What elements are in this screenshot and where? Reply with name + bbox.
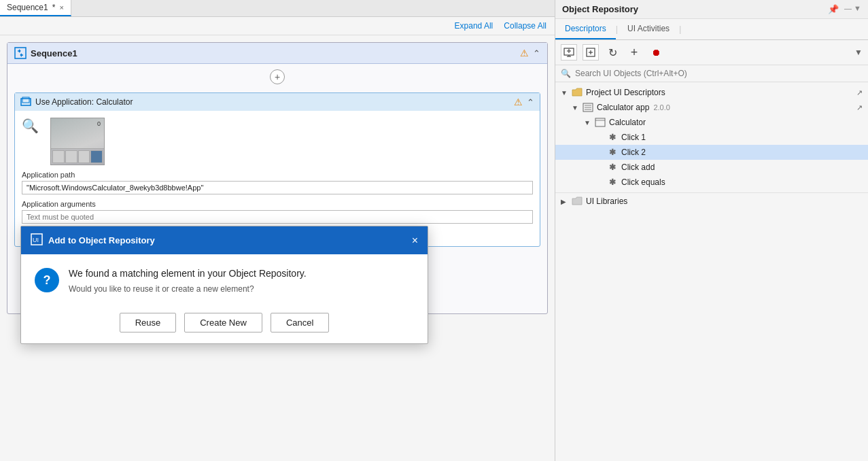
modal-footer: Reuse Create New Cancel bbox=[21, 305, 428, 343]
modal-overlay: UI Add to Object Repository × ? We found… bbox=[0, 0, 555, 461]
add-screen-icon bbox=[563, 47, 574, 58]
modal-main-text: We found a matching element in your Obje… bbox=[69, 268, 414, 279]
repo-header: Object Repository 📌 — ▼ bbox=[555, 0, 868, 19]
folder-icon bbox=[572, 88, 583, 97]
calc-window-arrow[interactable]: ▼ bbox=[584, 119, 592, 126]
modal-body: ? We found a matching element in your Ob… bbox=[21, 254, 428, 305]
add-screen-button[interactable] bbox=[561, 44, 577, 61]
pin-icon[interactable]: 📌 bbox=[828, 4, 839, 14]
modal-title: Add to Object Repository bbox=[48, 235, 406, 245]
tab-ui-activities[interactable]: UI Activities bbox=[618, 19, 679, 39]
record-button[interactable]: ⏺ bbox=[648, 44, 664, 61]
calc-app-action-button[interactable]: ↗ bbox=[856, 103, 863, 112]
svg-text:UI: UI bbox=[33, 237, 39, 243]
project-action-button[interactable]: ↗ bbox=[856, 88, 863, 97]
click1-label: Click 1 bbox=[621, 133, 646, 142]
search-icon: 🔍 bbox=[561, 69, 571, 78]
repo-title: Object Repository bbox=[562, 4, 638, 14]
project-tree-arrow[interactable]: ▼ bbox=[561, 89, 569, 97]
main-container: Sequence1 * × Expand All Collapse All bbox=[0, 0, 868, 461]
ui-libraries-icon bbox=[572, 196, 583, 207]
calc-app-arrow[interactable]: ▼ bbox=[572, 104, 580, 112]
modal-header: UI Add to Object Repository × bbox=[21, 226, 428, 254]
click1-icon: ✱ bbox=[607, 132, 618, 143]
add-to-repository-modal: UI Add to Object Repository × ? We found… bbox=[20, 226, 428, 344]
click-equals-icon: ✱ bbox=[607, 177, 618, 188]
add-button[interactable]: + bbox=[626, 44, 642, 61]
add-element-icon bbox=[585, 47, 596, 58]
record-icon: ⏺ bbox=[651, 47, 661, 58]
tree-item-ui-libraries[interactable]: ▶ UI Libraries bbox=[555, 192, 868, 209]
designer-panel: Sequence1 * × Expand All Collapse All bbox=[0, 0, 555, 461]
tree-item-calculator-app[interactable]: ▼ Calculator app 2.0.0 ↗ bbox=[555, 100, 868, 115]
list-icon bbox=[583, 103, 593, 112]
calc-window-icon bbox=[595, 117, 606, 128]
calc-app-version: 2.0.0 bbox=[653, 103, 670, 112]
project-folder-icon bbox=[572, 87, 583, 98]
tab-separator-2: | bbox=[679, 19, 681, 39]
repo-tabs: Descriptors | UI Activities | bbox=[555, 19, 868, 40]
window-controls: — ▼ bbox=[844, 4, 861, 14]
refresh-button[interactable]: ↻ bbox=[604, 44, 621, 61]
ui-libraries-label: UI Libraries bbox=[586, 197, 627, 206]
tree-item-project-descriptors[interactable]: ▼ Project UI Descriptors ↗ bbox=[555, 85, 868, 100]
modal-close-button[interactable]: × bbox=[412, 235, 418, 247]
search-box: 🔍 bbox=[555, 65, 868, 82]
add-element-button[interactable] bbox=[583, 44, 599, 61]
calc-app-label: Calculator app bbox=[597, 103, 649, 112]
tree-item-click-equals[interactable]: ▶ ✱ Click equals bbox=[555, 175, 868, 190]
plus-icon: + bbox=[631, 46, 638, 60]
tree-item-click-1[interactable]: ▶ ✱ Click 1 bbox=[555, 130, 868, 145]
tab-descriptors[interactable]: Descriptors bbox=[555, 19, 616, 39]
create-new-button[interactable]: Create New bbox=[184, 313, 262, 332]
svg-rect-17 bbox=[595, 118, 605, 126]
right-panel: Object Repository 📌 — ▼ Descriptors | UI… bbox=[555, 0, 868, 461]
refresh-icon: ↻ bbox=[608, 46, 617, 59]
modal-text-block: We found a matching element in your Obje… bbox=[69, 268, 414, 294]
click-add-icon: ✱ bbox=[607, 162, 618, 173]
tree-item-click-add[interactable]: ▶ ✱ Click add bbox=[555, 160, 868, 175]
click-equals-label: Click equals bbox=[621, 177, 665, 187]
reuse-button[interactable]: Reuse bbox=[120, 313, 177, 332]
modal-icon-row: ? We found a matching element in your Ob… bbox=[35, 268, 414, 294]
calc-app-icon bbox=[583, 102, 593, 113]
tree-item-calculator-window[interactable]: ▼ Calculator bbox=[555, 115, 868, 130]
modal-header-icon: UI bbox=[31, 233, 43, 247]
tree-item-click-2[interactable]: ▶ ✱ Click 2 bbox=[555, 145, 868, 160]
click2-icon: ✱ bbox=[607, 147, 618, 158]
tree-area: ▼ Project UI Descriptors ↗ ▼ bbox=[555, 82, 868, 461]
ui-icon: UI bbox=[31, 233, 43, 245]
modal-sub-text: Would you like to reuse it or create a n… bbox=[69, 284, 414, 294]
repo-header-controls: 📌 — ▼ bbox=[828, 4, 861, 14]
cancel-button[interactable]: Cancel bbox=[271, 313, 329, 332]
click2-label: Click 2 bbox=[621, 148, 646, 157]
search-input[interactable] bbox=[575, 69, 863, 78]
project-descriptors-label: Project UI Descriptors bbox=[586, 88, 665, 97]
dropdown-icon[interactable]: ▼ bbox=[854, 48, 863, 57]
calc-window-label: Calculator bbox=[609, 118, 646, 127]
window-icon bbox=[595, 118, 606, 127]
modal-info-icon: ? bbox=[35, 268, 59, 292]
ui-lib-arrow[interactable]: ▶ bbox=[561, 198, 569, 205]
click-add-label: Click add bbox=[621, 163, 655, 172]
repo-toolbar: ↻ + ⏺ ▼ bbox=[555, 40, 868, 65]
ui-lib-folder-icon bbox=[572, 197, 583, 206]
